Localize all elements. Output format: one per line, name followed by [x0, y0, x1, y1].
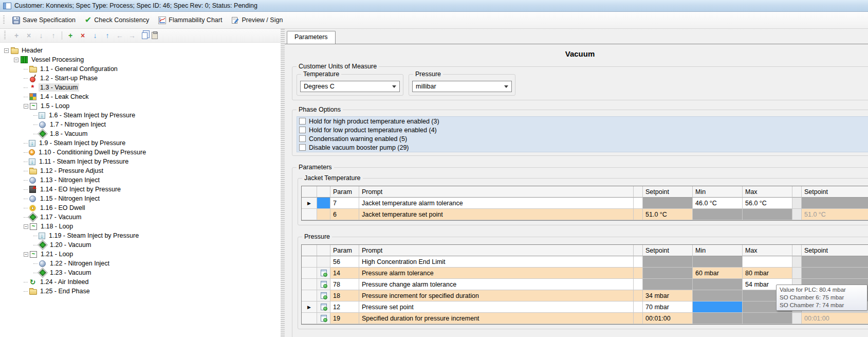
row-selector[interactable]: ▶	[302, 301, 317, 313]
tree-item[interactable]: ↻1.24 - Air Inbleed	[2, 277, 280, 287]
tree-item[interactable]: 1.8 - Vacuum	[2, 129, 280, 138]
min-cell[interactable]	[693, 301, 743, 313]
tree-item[interactable]: ↓1.6 - Steam Inject by Pressure	[2, 111, 280, 120]
tree-item[interactable]: 1.12 - Pressure Adjust	[2, 166, 280, 175]
tree-item[interactable]: 1.7 - Nitrogen Inject	[2, 120, 280, 129]
tree-item[interactable]: 1.22 - Nitrogen Inject	[2, 259, 280, 268]
setpoint-cell[interactable]: 34 mbar	[643, 290, 693, 301]
page-title: Vacuum	[292, 49, 868, 58]
move-phase-down-button[interactable]: ↓	[91, 31, 99, 40]
collapse-expander-icon[interactable]: −	[24, 224, 28, 229]
row-selector[interactable]	[302, 313, 317, 324]
min-cell	[693, 209, 743, 220]
tree-item[interactable]: 1.25 - End Phase	[2, 287, 280, 296]
tree-item[interactable]: ↓1.11 - Steam Inject by Pressure	[2, 157, 280, 166]
tree-item-label: 1.21 - Loop	[39, 250, 75, 258]
tree-item[interactable]: 1.15 - Nitrogen Inject	[2, 194, 280, 203]
row-selector[interactable]	[302, 279, 317, 290]
prompt-cell[interactable]: Jacket temperature set point	[359, 209, 634, 220]
collapse-expander-icon[interactable]: −	[4, 48, 9, 53]
min-cell[interactable]: 46.0 °C	[693, 198, 743, 209]
pressure-unit-combobox[interactable]: millibar	[412, 81, 512, 92]
temperature-unit-combobox[interactable]: Degrees C	[300, 81, 400, 92]
param-cell[interactable]: 12	[330, 301, 359, 313]
column-header: Param	[330, 245, 359, 256]
paste-button[interactable]	[152, 32, 158, 39]
checkbox[interactable]	[299, 144, 306, 151]
check-consistency-button[interactable]: ✔Check Consistency	[81, 14, 153, 26]
tree-item-label: 1.1 - General Configuration	[39, 65, 119, 73]
grid-header-row: ParamPromptSetpointMinMaxSetpoint	[302, 186, 868, 198]
prompt-cell[interactable]: Jacket temperature alarm tolerance	[359, 198, 634, 209]
tree-item[interactable]: *1.3 - Vacuum	[2, 83, 280, 92]
pressure-unit-groupbox: Pressure millibar	[409, 74, 515, 96]
row-selector[interactable]	[302, 209, 317, 220]
tree-item[interactable]: 1.1 - General Configuration	[2, 64, 280, 74]
prompt-cell[interactable]: Pressure alarm tolerance	[359, 268, 634, 279]
flammability-chart-button[interactable]: Flammability Chart	[154, 14, 226, 26]
tree-item[interactable]: −~1.5 - Loop	[2, 101, 280, 111]
row-selector[interactable]	[302, 256, 317, 268]
tree-item[interactable]: 1.13 - Nitrogen Inject	[2, 175, 280, 185]
tree-item[interactable]: −Vessel Processing	[2, 55, 280, 64]
prompt-cell[interactable]: Specified duration for pressure incremen…	[359, 313, 634, 324]
tree-item[interactable]: −~1.21 - Loop	[2, 250, 280, 259]
param-cell[interactable]: 7	[330, 198, 359, 209]
collapse-expander-icon[interactable]: −	[24, 252, 28, 257]
row-selector[interactable]: ▶	[302, 198, 317, 209]
setpoint-cell[interactable]: 51.0 °C	[643, 209, 693, 220]
param-cell[interactable]: 6	[330, 209, 359, 220]
prompt-cell[interactable]: High Concentration End Limit	[359, 256, 634, 268]
save-specification-button[interactable]: Save Specification	[8, 14, 80, 26]
param-cell[interactable]: 14	[330, 268, 359, 279]
tree-item[interactable]: −~1.18 - Loop	[2, 222, 280, 231]
tree-item[interactable]: 1.2 - Start-up Phase	[2, 74, 280, 83]
prompt-cell[interactable]: Pressure set point	[359, 301, 634, 313]
checkbox[interactable]	[299, 135, 306, 142]
column-header: Param	[330, 186, 359, 198]
tree-item[interactable]: 1.16 - EO Dwell	[2, 203, 280, 212]
move-phase-up-button[interactable]: ↑	[103, 31, 112, 40]
row-selector[interactable]	[302, 290, 317, 301]
tree-item-label: 1.5 - Loop	[39, 102, 71, 110]
column-header: Min	[693, 186, 743, 198]
tree-item[interactable]: 1.14 - EO Inject by Pressure	[2, 185, 280, 194]
max-cell[interactable]: 56.0 °C	[743, 198, 792, 209]
param-cell[interactable]: 18	[330, 290, 359, 301]
folder-icon	[29, 65, 36, 73]
steam-inject-icon: ↓	[39, 233, 45, 239]
tree-item[interactable]: 1.23 - Vacuum	[2, 268, 280, 277]
tree-item[interactable]: +1.10 - Conditioning Dwell by Pressure	[2, 148, 280, 157]
tree-item[interactable]: −Header	[2, 46, 280, 55]
checkbox[interactable]	[299, 118, 306, 125]
tab-parameters[interactable]: Parameters	[287, 31, 336, 44]
row-icon-cell	[317, 301, 330, 313]
copy-button[interactable]	[142, 32, 147, 39]
preview-sign-button[interactable]: Preview / Sign	[227, 14, 287, 26]
panel-splitter[interactable]	[281, 29, 285, 337]
param-cell[interactable]: 56	[330, 256, 359, 268]
setpoint-cell[interactable]: 70 mbar	[643, 301, 693, 313]
min-cell[interactable]: 60 mbar	[693, 268, 743, 279]
tree-item[interactable]: ↓1.19 - Steam Inject by Pressure	[2, 231, 280, 240]
param-cell[interactable]: 78	[330, 279, 359, 290]
temperature-unit-groupbox: Temperature Degrees C	[297, 74, 403, 96]
nitrogen-inject-icon	[29, 195, 36, 202]
tree-item[interactable]: 1.17 - Vacuum	[2, 212, 280, 222]
row-selector[interactable]	[302, 268, 317, 279]
add-phase-button[interactable]: +	[66, 31, 75, 40]
tree-item[interactable]: ↓1.9 - Steam Inject by Pressure	[2, 138, 280, 148]
checkbox[interactable]	[299, 127, 306, 133]
delete-phase-button[interactable]: ×	[79, 31, 87, 40]
max-cell[interactable]: 80 mbar	[743, 268, 792, 279]
param-cell[interactable]: 19	[330, 313, 359, 324]
prompt-cell[interactable]: Pressure increment for specified duratio…	[359, 290, 634, 301]
setpoint-cell[interactable]: 00:01:00	[643, 313, 693, 324]
collapse-expander-icon[interactable]: −	[24, 104, 28, 109]
prompt-cell[interactable]: Pressure change alarm tolerance	[359, 279, 634, 290]
column-header: Setpoint	[643, 186, 693, 198]
collapse-expander-icon[interactable]: −	[14, 58, 19, 62]
tree-item[interactable]: 1.4 - Leak Check	[2, 92, 280, 101]
max-cell[interactable]	[743, 256, 792, 268]
tree-item[interactable]: 1.20 - Vacuum	[2, 240, 280, 250]
